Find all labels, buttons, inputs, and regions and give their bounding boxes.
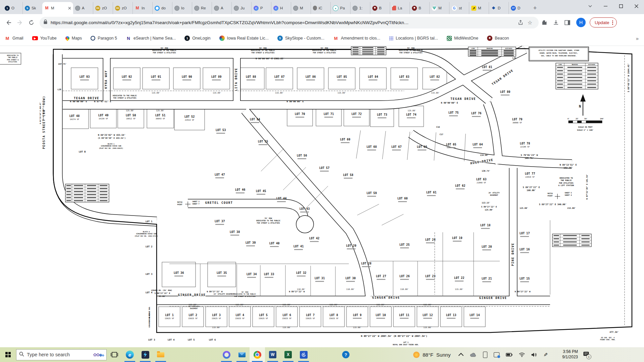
browser-tab[interactable]: SSk — [22, 2, 42, 14]
browser-tab[interactable]: STD — [508, 2, 528, 14]
dimension-text: 110.00' — [346, 288, 355, 290]
start-button[interactable] — [0, 347, 16, 362]
phone-icon[interactable] — [483, 352, 487, 358]
bookmark-item[interactable]: MidWestOne — [447, 36, 478, 41]
bookmark-item[interactable]: NeSearch | Name Sea... — [126, 36, 176, 41]
browser-tab[interactable]: B — [370, 2, 390, 14]
browser-tab[interactable]: 1O — [3, 2, 22, 14]
battery-icon[interactable] — [506, 353, 513, 357]
sync-taskbar-icon[interactable] — [296, 347, 311, 362]
bookmark-item[interactable]: MGmail — [5, 36, 23, 41]
browser-tab[interactable]: M — [291, 2, 311, 14]
lot-label: LOT 67 — [391, 145, 402, 150]
maximize-button[interactable] — [613, 0, 629, 12]
back-button[interactable] — [3, 17, 14, 28]
browser-tab[interactable]: Gst — [449, 2, 469, 14]
volume-icon[interactable] — [531, 353, 537, 357]
close-tab-icon[interactable] — [68, 7, 71, 10]
taskbar-search-input[interactable]: Type here to search ✿✿◆◆ — [16, 349, 107, 360]
search-placeholder: Type here to search — [27, 352, 91, 357]
bookmark-item[interactable]: SSkySlope - Custom... — [277, 36, 324, 41]
profile-avatar[interactable]: H — [576, 18, 586, 27]
browser-tab[interactable]: ↗M — [469, 2, 489, 14]
browser-tab[interactable]: ❖D — [489, 2, 508, 14]
browser-tab[interactable]: 1: — [350, 2, 370, 14]
edge-taskbar-icon[interactable]: e — [122, 347, 138, 362]
street-name: LITA DRIVE — [234, 68, 238, 91]
cloud-icon[interactable] — [470, 353, 477, 357]
chevron-up-icon[interactable] — [460, 353, 464, 357]
browser-tab[interactable]: MM — [42, 2, 73, 14]
browser-tab[interactable]: CP — [251, 2, 271, 14]
wifi-icon[interactable] — [519, 353, 525, 357]
lot-number: LOT 81 — [482, 65, 492, 69]
system-tray: ✎ — [460, 352, 548, 358]
browser-tab[interactable]: ΨM — [429, 2, 449, 14]
bookmark-star-icon[interactable]: ☆ — [525, 18, 535, 27]
excel-taskbar-icon[interactable]: X — [280, 347, 296, 362]
lot-label: LOT 58 — [343, 173, 354, 179]
browser-tab[interactable]: CH — [271, 2, 291, 14]
help-taskbar-icon[interactable]: ? — [338, 347, 354, 362]
extensions-puzzle-icon[interactable] — [539, 17, 550, 28]
forward-button[interactable] — [14, 17, 25, 28]
browser-tab[interactable]: B — [410, 2, 429, 14]
chrome-taskbar-icon[interactable] — [250, 347, 265, 362]
notification-center-icon[interactable]: 1 — [583, 352, 589, 358]
purple-taskbar-icon[interactable] — [219, 347, 234, 362]
street-name: GINGER DRIVE — [479, 296, 507, 300]
pen-icon[interactable]: ✎ — [543, 352, 548, 358]
bookmark-item[interactable]: ▶YouTube — [32, 36, 57, 41]
update-button[interactable]: Update — [590, 17, 617, 27]
bing-daily-image[interactable]: ✿✿◆◆ — [93, 352, 104, 357]
bookmark-item[interactable]: MAmendment to clos... — [333, 36, 380, 41]
mail-taskbar-icon[interactable] — [234, 347, 250, 362]
browser-tab[interactable]: MIn — [132, 2, 152, 14]
adjacent-lot-label: LOT 5 — [188, 339, 195, 341]
browser-tab[interactable]: A — [73, 2, 93, 14]
lot-label: LOT 16 — [520, 248, 530, 253]
browser-tab[interactable]: ONEzO — [113, 2, 132, 14]
bookmarks-overflow-chevron[interactable]: » — [636, 36, 639, 41]
lot-label: LOT 5130043 SF — [155, 114, 166, 120]
paragon-icon — [91, 36, 95, 41]
close-window-button[interactable] — [629, 0, 644, 12]
bookmark-item[interactable]: Iowa Real Estate Lic... — [219, 36, 269, 41]
browser-tab[interactable]: do — [152, 2, 172, 14]
map-annotation: DEDICATED TO — [7, 55, 19, 56]
side-panel-icon[interactable] — [561, 17, 573, 28]
bolt-taskbar-icon[interactable] — [138, 347, 153, 362]
tab-list-chevron-icon[interactable] — [582, 0, 598, 12]
page-content[interactable]: LOT 93LOT 92LOT 91LOT 90LOT 89LOT 88LOT … — [0, 46, 644, 347]
minimize-button[interactable] — [598, 0, 613, 12]
taskbar-clock[interactable]: 3:56 PM 9/1/2023 — [554, 349, 578, 360]
task-view-taskbar-icon[interactable] — [107, 347, 122, 362]
lot-number: LOT 69 — [340, 138, 351, 141]
map-annotation: SE COR. SEC. 4 — [601, 337, 615, 339]
bookmark-item[interactable]: Beacon — [487, 36, 509, 41]
taskbar-weather-widget[interactable]: 88°F Sunny — [413, 352, 450, 358]
address-bar[interactable]: https://mail.google.com/mail/u/0/?zx=xg2… — [40, 17, 539, 28]
lot-label: LOT 72 — [352, 112, 362, 118]
browser-tab[interactable]: La — [390, 2, 410, 14]
browser-tab[interactable]: ▲Pa — [330, 2, 350, 14]
browser-tab[interactable]: A — [212, 2, 231, 14]
tray-app-icon[interactable] — [494, 352, 499, 357]
reload-button[interactable] — [25, 17, 37, 28]
browser-menu-icon[interactable] — [612, 20, 613, 25]
bookmark-item[interactable]: Maps — [65, 36, 82, 41]
browser-tab[interactable]: Re — [192, 2, 212, 14]
download-icon[interactable] — [550, 17, 561, 28]
word-taskbar-icon[interactable]: W — [265, 347, 280, 362]
browser-tab[interactable]: Io — [172, 2, 192, 14]
explorer-taskbar-icon[interactable] — [153, 347, 168, 362]
map-annotation: EASEMENT — [490, 194, 498, 196]
share-icon[interactable] — [516, 18, 525, 27]
new-tab-button[interactable]: + — [530, 3, 540, 13]
bookmark-item[interactable]: 1OneLogin — [184, 36, 210, 41]
browser-tab[interactable]: iC — [311, 2, 330, 14]
bookmark-item[interactable]: Locations | BGRS tal... — [389, 36, 438, 41]
browser-tab[interactable]: ONEzO — [93, 2, 113, 14]
browser-tab[interactable]: Ju — [231, 2, 251, 14]
bookmark-item[interactable]: Paragon 5 — [91, 36, 117, 41]
